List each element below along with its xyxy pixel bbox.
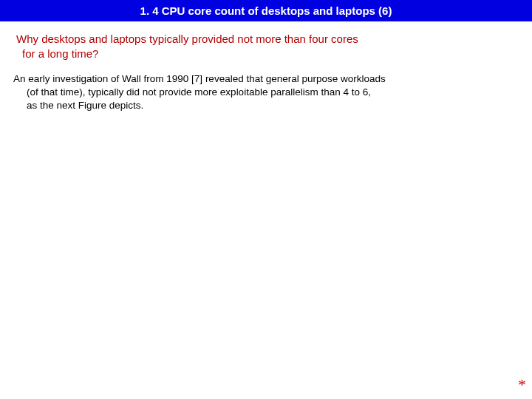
slide-body-text: An early investigation of Wall from 1990… bbox=[0, 68, 532, 113]
slide-subheading: Why desktops and laptops typically provi… bbox=[0, 21, 532, 68]
body-line-1: An early investigation of Wall from 1990… bbox=[13, 73, 386, 84]
footnote-asterisk: * bbox=[518, 375, 526, 395]
slide-title: 1. 4 CPU core count of desktops and lapt… bbox=[140, 4, 392, 17]
asterisk-symbol: * bbox=[518, 375, 526, 394]
body-line-2: (of that time), typically did not provid… bbox=[13, 86, 522, 99]
slide-title-bar: 1. 4 CPU core count of desktops and lapt… bbox=[0, 0, 532, 21]
subheading-line-1: Why desktops and laptops typically provi… bbox=[16, 33, 358, 45]
body-line-3: as the next Figure depicts. bbox=[13, 99, 522, 112]
subheading-line-2: for a long time? bbox=[16, 47, 98, 60]
